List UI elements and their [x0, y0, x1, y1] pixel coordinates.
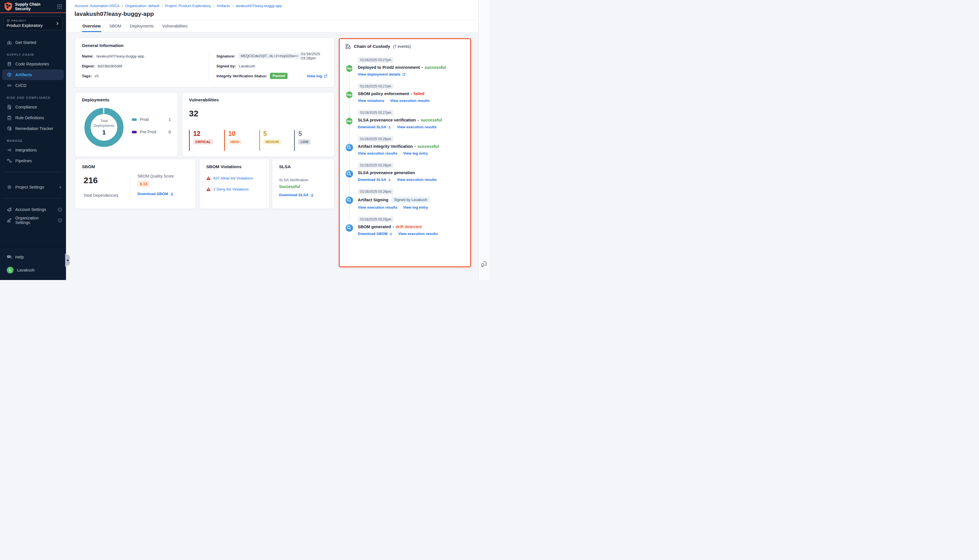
- signed-by-value: Lavakush: [239, 64, 255, 68]
- low-badge: LOW: [298, 139, 311, 144]
- sidebar-item-rule-definitions[interactable]: Rule Definitions: [0, 112, 66, 123]
- sidebar-item-integrations[interactable]: Integrations: [0, 145, 66, 155]
- view-log-link[interactable]: View log: [306, 74, 327, 78]
- sbom-card: SBOM 216 Total Dependencies SBOM Quality…: [75, 159, 196, 209]
- prod-swatch: [132, 118, 137, 121]
- doc-search-icon: [7, 105, 12, 110]
- sidebar-item-project-settings[interactable]: Project Settings: [0, 182, 66, 193]
- signed-by-badge: Signed by Lavakush: [391, 197, 430, 203]
- severity-critical: 12 CRITICAL: [189, 130, 224, 151]
- view-execution-results-link[interactable]: View execution results: [397, 178, 436, 182]
- sidebar-item-account-settings[interactable]: Account Settings: [0, 204, 66, 215]
- sidebar-item-get-started[interactable]: Get Started: [0, 37, 66, 48]
- sidebar-item-artifacts[interactable]: Artifacts: [2, 69, 64, 80]
- coc-event-sbom-policy: 01/16/2025 03:27pm SBOM policy enforceme…: [345, 83, 464, 103]
- breadcrumb-artifacts[interactable]: Artifacts: [217, 4, 230, 8]
- download-slsa-link[interactable]: Download SLSA: [358, 125, 391, 129]
- event-timestamp: 01/16/2025 03:26pm: [358, 136, 393, 142]
- deployments-legend: Prod 1 Pre Prod 0: [132, 117, 171, 142]
- digest-value: 8d23bd3b5d8f: [98, 64, 122, 68]
- legend-item-prod: Prod 1: [132, 117, 171, 122]
- coc-event-sbom-generated: 01/16/2025 03:25pm SBOM generated-drift …: [345, 217, 464, 236]
- page-header: Account: Automation-SSCA› Organization: …: [66, 0, 478, 20]
- tags-value: v5: [95, 74, 99, 78]
- coc-event-slsa-generation: 01/16/2025 03:26pm SLSA provenance gener…: [345, 163, 464, 182]
- event-status: successful: [424, 65, 446, 70]
- view-execution-results-link[interactable]: View execution results: [397, 125, 436, 129]
- coc-event-deployed-prod2: 01/16/2025 03:27pm Deployed to Prod2 env…: [345, 57, 464, 77]
- breadcrumb-artifact-name[interactable]: lavakush07/easy-buggy-app: [236, 4, 282, 8]
- artifact-name-value: lavakush07/easy-buggy-app: [96, 54, 144, 58]
- sidebar-section-supply-chain: SUPPLY CHAIN: [0, 53, 66, 56]
- tab-overview[interactable]: Overview: [82, 20, 102, 32]
- view-execution-results-link[interactable]: View execution results: [398, 232, 438, 236]
- apps-grid-icon[interactable]: [57, 4, 62, 9]
- deployments-title: Deployments: [82, 97, 171, 102]
- chat-bubbles-icon[interactable]: [481, 261, 488, 268]
- event-timestamp: 01/16/2025 03:25pm: [358, 217, 393, 222]
- severity-low: 5 LOW: [294, 130, 329, 151]
- event-timestamp: 01/16/2025 03:27pm: [358, 110, 393, 115]
- scan-event-icon: [345, 170, 353, 178]
- tab-vulnerabilities[interactable]: Vulnerabilities: [162, 20, 189, 32]
- view-execution-results-link[interactable]: View execution results: [358, 151, 398, 155]
- download-slsa-link[interactable]: Download SLSA: [358, 178, 391, 182]
- warning-triangle-icon: [206, 176, 211, 180]
- svg-text:?: ?: [8, 256, 9, 258]
- event-status: drift detected: [396, 225, 422, 229]
- user-name: Lavakush: [17, 268, 35, 272]
- signature-label: Signature:: [216, 54, 236, 58]
- allow-list-violations-link[interactable]: 637 Allow list Violations: [213, 176, 253, 180]
- tab-sbom[interactable]: SBOM: [109, 20, 122, 32]
- sidebar-item-organization-settings[interactable]: Organization Settings: [0, 215, 66, 226]
- download-sbom-link[interactable]: Download SBOM: [358, 232, 393, 236]
- breadcrumb-account[interactable]: Account: Automation-SSCA: [75, 4, 120, 8]
- scan-event-icon: [345, 196, 353, 204]
- vulnerabilities-title: Vulnerabilities: [189, 97, 327, 102]
- info-icon: [58, 218, 62, 223]
- sidebar-item-pipelines[interactable]: Pipelines: [0, 155, 66, 166]
- download-icon: [388, 178, 391, 182]
- view-execution-results-link[interactable]: View execution results: [390, 98, 430, 103]
- slsa-card: SLSA SLSA Verification Successful Downlo…: [272, 159, 334, 209]
- tags-label: Tags:: [82, 74, 92, 78]
- download-sbom-link[interactable]: Download SBOM: [137, 192, 174, 196]
- clipboard-check-icon: [7, 115, 12, 120]
- view-execution-results-link[interactable]: View execution results: [358, 205, 398, 210]
- user-menu[interactable]: L Lavakush: [0, 265, 66, 275]
- severity-high: 10 HIGH: [224, 130, 259, 151]
- download-icon: [170, 192, 174, 196]
- breadcrumb-separator: ›: [122, 4, 123, 8]
- download-slsa-link[interactable]: Download SLSA: [279, 193, 314, 197]
- severity-medium: 5 MEDIUM: [259, 130, 294, 151]
- vulnerabilities-card: Vulnerabilities 32 12 CRITICAL 10 HIGH 5…: [182, 92, 334, 157]
- view-deployment-details-link[interactable]: View deployment details: [358, 72, 406, 77]
- sidebar-item-code-repositories[interactable]: Code Repositories: [0, 58, 66, 69]
- deny-list-violations-link[interactable]: 2 Deny list Violations: [213, 187, 249, 192]
- sidebar-item-remediation-tracker[interactable]: Remediation Tracker: [0, 123, 66, 134]
- general-information-card: General Information Name:lavakush07/easy…: [75, 38, 334, 87]
- sidebar-item-help[interactable]: ? Help: [0, 252, 66, 262]
- gear-icon: [7, 185, 12, 190]
- policy-event-icon: [345, 91, 353, 99]
- view-log-entry-link[interactable]: View log entry: [403, 151, 428, 155]
- chevron-right-icon: [55, 22, 60, 25]
- org-gear-icon: [7, 218, 12, 223]
- view-log-entry-link[interactable]: View log entry: [403, 205, 428, 210]
- breadcrumb-organization[interactable]: Organization: default: [125, 4, 159, 8]
- slsa-verify-event-icon: [345, 117, 353, 125]
- tab-deployments[interactable]: Deployments: [129, 20, 154, 32]
- breadcrumb-project[interactable]: Project: Product Exploratory: [165, 4, 211, 8]
- tab-bar: Overview SBOM Deployments Vulnerabilitie…: [66, 20, 478, 32]
- general-information-title: General Information: [82, 43, 327, 48]
- view-violations-link[interactable]: View violations: [358, 98, 384, 103]
- project-selector[interactable]: PROJECT Product Exploratory: [3, 17, 63, 30]
- sidebar-item-cicd[interactable]: CI/CD: [0, 80, 66, 91]
- sbom-title: SBOM: [82, 164, 189, 169]
- sidebar-item-compliance[interactable]: Compliance: [0, 102, 66, 112]
- signature-value: MEQCICde2VjIT...bL+2+mqnOXw==: [238, 53, 301, 59]
- event-status: successful: [418, 144, 439, 148]
- sidebar-divider: [4, 198, 62, 198]
- project-cube-icon: [7, 19, 10, 22]
- coc-event-artifact-signing: 01/16/2025 03:26pm Artifact SigningSigne…: [345, 189, 464, 210]
